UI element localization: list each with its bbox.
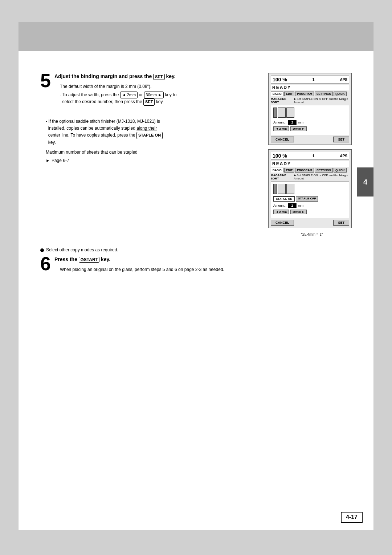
panel2-cancel-btn[interactable]: CANCEL [271,220,294,226]
set-key2: SET [143,98,155,106]
set-key-badge: SET [153,74,164,80]
tab-edit[interactable]: EDIT [284,92,294,96]
panel1-amount-unit: mm [298,121,303,124]
doc-side-icon [273,108,277,118]
step6-title: Press the ⊙START key. [54,256,224,263]
panel2-tab-edit[interactable]: EDIT [284,168,294,173]
step5-number: 5 [40,71,51,90]
panel1-info-label: MAGAZINE SORT [271,97,291,104]
panel1-amount-label: Amount : [273,121,286,124]
panel1-info-text: ►Set STAPLE ON or OFF and the Margin Amo… [294,97,349,104]
key-30mm-right: 30mm ► [144,92,164,99]
panel1-info-row: MAGAZINE SORT ►Set STAPLE ON or OFF and … [271,97,349,104]
panel2-tab-program[interactable]: PROGRAM [295,168,314,173]
tab-basic[interactable]: BASIC [271,92,283,96]
step5-left: 5 Adjust the binding margin and press th… [40,73,257,236]
top-banner [19,22,373,51]
panel2-info-text: ►Set STAPLE ON or OFF and the Margin Amo… [294,174,349,180]
panel2-percent: 100 % [273,153,287,159]
panel2-amount-unit: mm [298,204,303,207]
panel2-info-row: MAGAZINE SORT ►Set STAPLE ON or OFF and … [271,174,349,180]
note-caption: *25.4mm = 1" [268,232,355,236]
panel2-aps: APS [340,154,347,158]
panel1-content: Amount : 2 mm ◄ 2 mm 30mm ► [271,105,349,135]
panel2-nav-btn-right[interactable]: 30mm ► [290,210,307,214]
panel2-amount-label: Amount : [273,204,286,207]
panel2-tabs: BASIC EDIT PROGRAM SETTINGS QUICK [271,168,349,173]
tab-program[interactable]: PROGRAM [295,92,314,96]
panel2-tab-basic[interactable]: BASIC [271,168,283,173]
step5-extra-body: - If the optional saddle stitch finisher… [40,118,257,165]
start-key-badge: ⊙START [79,257,99,263]
panel1-nav-row: ◄ 2 mm 30mm ► [273,126,347,131]
panel2-content: STAPLE ON STAPLE OFF Amount : 2 mm ◄ 2 m… [271,181,349,218]
panel1-header: 100 % 1 APS [271,76,349,84]
panel2-amount-row: Amount : 2 mm [273,203,347,208]
panel1-icon-row [273,108,347,118]
panel2-doc-main-icon [278,184,286,194]
panel1-tabs: BASIC EDIT PROGRAM SETTINGS QUICK [271,92,349,96]
tab-quick[interactable]: QUICK [334,92,347,96]
panel2-nav-btn-left[interactable]: ◄ 2 mm [273,210,289,214]
panel1-cancel-btn[interactable]: CANCEL [271,137,294,142]
panel2-doc-side-icon [273,184,277,194]
panel2-action-row: CANCEL SET [271,220,349,226]
step5-right-panels: 100 % 1 APS READY BASIC EDIT PROGRAM SET… [268,73,355,236]
panel1-ready: READY [271,85,349,90]
tab-settings[interactable]: SETTINGS [315,92,333,96]
ui-panel-1: 100 % 1 APS READY BASIC EDIT PROGRAM SET… [268,73,352,145]
panel2-copies: 1 [313,154,315,158]
side-tab: 4 [357,167,373,197]
panel2-ready: READY [271,161,349,167]
panel2-icon-row [273,184,347,194]
bullet-circle-icon [40,248,44,252]
step5-extra-bullet2: Maximum number of sheets that can be sta… [46,149,257,156]
nav-btn-left[interactable]: ◄ 2 mm [273,126,289,131]
doc-main-icon [278,108,286,118]
step5-extra-bullet1: - If the optional saddle stitch finisher… [46,118,257,146]
panel1-set-btn[interactable]: SET [333,137,349,142]
step5-bullet1: The default width of the margin is 2 mm … [60,83,176,90]
ui-panel-2: 100 % 1 APS READY BASIC EDIT PROGRAM SET… [268,149,352,228]
bullet-note: Select other copy modes as required. [40,247,355,252]
staple-off-btn[interactable]: STAPLE OFF [296,196,318,202]
panel2-doc-main-icon2 [286,184,294,194]
panel2-staple-row: STAPLE ON STAPLE OFF [273,196,347,202]
step5-section: 5 Adjust the binding margin and press th… [40,73,355,236]
staple-on-btn[interactable]: STAPLE ON [273,196,295,202]
step6-left: 6 Press the ⊙START key. When placing an … [40,256,355,278]
panel1-aps: APS [340,78,347,82]
arrow-right-icon: ► [46,157,50,164]
page-ref: ► Page 6-7 [46,157,257,164]
step6-number: 6 [40,254,51,273]
staple-on-key: STAPLE ON [136,132,163,139]
panel2-info-label: MAGAZINE SORT [271,174,291,180]
panel1-copies: 1 [313,77,315,82]
panel2-set-btn[interactable]: SET [333,220,349,226]
step6-body: When placing an original on the glass, p… [54,266,224,273]
panel2-tab-settings[interactable]: SETTINGS [315,168,333,173]
panel2-header: 100 % 1 APS [271,152,349,160]
panel1-action-row: CANCEL SET [271,137,349,142]
panel2-nav-row: ◄ 2 mm 30mm ► [273,210,347,214]
panel1-amount-value: 2 [288,120,297,125]
doc-main-icon2 [286,108,294,118]
step5-title: Adjust the binding margin and press the … [54,73,176,80]
panel1-amount-row: Amount : 2 mm [273,120,347,125]
panel2-amount-value: 2 [288,203,297,208]
bullet-note-text: Select other copy modes as required. [46,247,118,252]
step5-bullet2: - To adjust the width, press the ◄ 2mm o… [60,92,176,106]
step6-section: 6 Press the ⊙START key. When placing an … [40,256,355,278]
key-2mm-left: ◄ 2mm [120,92,138,99]
panel2-doc-icons [273,184,294,194]
step6-bullet1: When placing an original on the glass, p… [60,266,224,273]
panel1-percent: 100 % [273,77,287,82]
panel2-tab-quick[interactable]: QUICK [334,168,347,173]
step5-body: The default width of the margin is 2 mm … [54,83,176,106]
page-number: 4-17 [341,512,363,523]
nav-btn-right[interactable]: 30mm ► [290,126,307,131]
doc-icons [273,108,294,118]
